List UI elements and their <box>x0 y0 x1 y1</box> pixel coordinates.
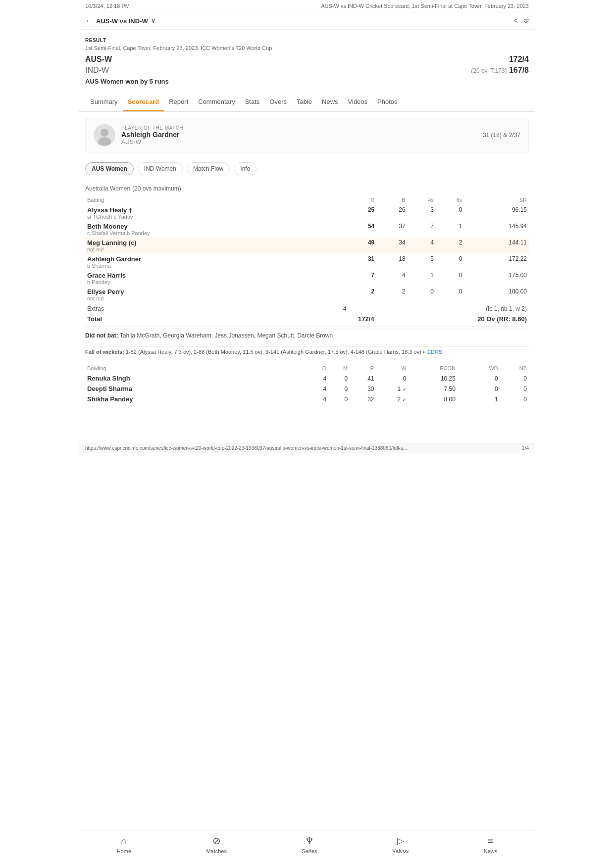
bowl-econ: 10.25 <box>409 373 458 384</box>
tab-summary[interactable]: Summary <box>85 93 123 111</box>
scorecard-section: Australia Women (20 ovs maximum) Batting… <box>79 175 535 408</box>
result-text: AUS Women won by 5 runs <box>85 78 529 85</box>
dnb-players: Tahlia McGrath, Georgia Wareham, Jess Jo… <box>120 332 333 339</box>
bowl-econ: 8.00 <box>409 394 458 404</box>
bowl-o: 4 <box>308 384 328 394</box>
batsman-name[interactable]: Alyssa Healy † <box>87 206 344 214</box>
col-batting: Batting <box>85 195 346 205</box>
bat-sr: 96.15 <box>464 205 529 221</box>
bowling-header-row: Bowling O M R W ECON WD NB <box>85 363 529 373</box>
bowl-empty <box>458 394 467 404</box>
text-size-icon[interactable]: अ <box>524 17 529 25</box>
extras-label: Extras <box>85 304 323 314</box>
batsman-name[interactable]: Meg Lanning (c) <box>87 239 344 246</box>
bowl-nb: 0 <box>500 373 529 384</box>
nav-title[interactable]: AUS-W vs IND-W <box>96 17 148 25</box>
bat-r: 49 <box>346 238 376 254</box>
bat-4s: 0 <box>408 287 436 303</box>
potm-info: PLAYER OF THE MATCH Ashleigh Gardner AUS… <box>121 125 183 145</box>
bat-r: 54 <box>346 221 376 238</box>
potm-name: Ashleigh Gardner <box>121 131 183 139</box>
top-bar: 10/3/24, 12:18 PM AUS-W vs IND-W Cricket… <box>79 0 535 12</box>
dnb-section: Did not bat: Tahlia McGrath, Georgia War… <box>85 329 529 342</box>
total-val: 172/4 <box>323 314 376 324</box>
potm-avatar <box>94 124 115 146</box>
batting-row: Ellyse Perry not out 2 2 0 0 100.00 <box>85 287 529 303</box>
page-title: AUS-W vs IND-W Cricket Scorecard, 1st Se… <box>321 3 529 9</box>
datetime: 10/3/24, 12:18 PM <box>85 3 130 9</box>
bowler-name[interactable]: Deepti Sharma <box>85 384 308 394</box>
bowl-o: 4 <box>308 394 328 404</box>
dnb-label: Did not bat: <box>85 332 118 339</box>
batsman-dismissal: b Sharma <box>87 263 344 269</box>
total-row: Total 172/4 20 Ov (RR: 8.60) <box>85 314 529 324</box>
bat-b: 18 <box>376 254 407 270</box>
batsman-name[interactable]: Grace Harris <box>87 272 344 279</box>
bat-b: 37 <box>376 221 407 238</box>
player-of-match: PLAYER OF THE MATCH Ashleigh Gardner AUS… <box>85 118 529 152</box>
extras-table: Extras 4 (lb 1, nb 1, w 2) Total 172/4 2… <box>85 304 529 324</box>
batsman-name[interactable]: Ellyse Perry <box>87 288 344 295</box>
bat-b: 4 <box>376 270 407 287</box>
tab-videos[interactable]: Videos <box>343 93 373 111</box>
tab-news[interactable]: News <box>317 93 343 111</box>
bowler-name[interactable]: Shikha Pandey <box>85 394 308 404</box>
chevron-down-icon[interactable]: ∨ <box>151 17 155 24</box>
bat-sr: 175.00 <box>464 270 529 287</box>
inn-tab-ind-women[interactable]: IND Women <box>138 162 183 175</box>
col-econ: ECON <box>409 363 458 373</box>
bowling-row: Shikha Pandey 4 0 32 2 ✓ 8.00 1 0 <box>85 394 529 404</box>
batting-header-row: Batting R B 4s 6s SR <box>85 195 529 205</box>
bat-6s: 0 <box>436 270 464 287</box>
inn-tab-info[interactable]: Info <box>234 162 256 175</box>
tab-photos[interactable]: Photos <box>372 93 402 111</box>
team2-name: IND-W <box>85 66 109 75</box>
batting-row: Meg Lanning (c) not out 49 34 4 2 144.11 <box>85 238 529 254</box>
col-b: B <box>376 195 407 205</box>
drs-link[interactable]: ⊙DRS <box>426 349 442 355</box>
bowl-m: 0 <box>328 384 350 394</box>
total-label: Total <box>85 314 323 324</box>
batsman-name[interactable]: Beth Mooney <box>87 223 344 230</box>
batsman-dismissal: not out <box>87 295 344 301</box>
inn-tab-aus-women[interactable]: AUS Women <box>85 162 134 175</box>
inn-tab-match-flow[interactable]: Match Flow <box>187 162 230 175</box>
divider2 <box>85 344 529 344</box>
team2-score: (20 ov, T:173) 167/8 <box>471 66 529 75</box>
bowl-r: 30 <box>350 384 376 394</box>
extras-row: Extras 4 (lb 1, nb 1, w 2) <box>85 304 529 314</box>
bowl-empty <box>458 384 467 394</box>
total-detail: 20 Ov (RR: 8.60) <box>387 314 529 324</box>
share-icon[interactable]: < <box>513 16 518 25</box>
tab-overs[interactable]: Overs <box>264 93 292 111</box>
batsman-dismissal: c Shafali Verma b Pandey <box>87 230 344 236</box>
bowl-m: 0 <box>328 373 350 384</box>
innings-title: Australia Women (20 ovs maximum) <box>85 184 529 192</box>
tab-report[interactable]: Report <box>164 93 193 111</box>
url-text: https://www.espncricinfo.com/series/icc-… <box>85 445 407 451</box>
tab-commentary[interactable]: Commentary <box>193 93 240 111</box>
bowl-r: 41 <box>350 373 376 384</box>
url-bar: https://www.espncricinfo.com/series/icc-… <box>79 443 535 453</box>
back-button[interactable]: ← <box>85 16 93 25</box>
bat-4s: 4 <box>408 238 436 254</box>
bat-6s: 2 <box>436 238 464 254</box>
team1-name: AUS-W <box>85 55 112 64</box>
col-sr: SR <box>464 195 529 205</box>
col-bowling: Bowling <box>85 363 308 373</box>
result-label: RESULT <box>85 38 529 43</box>
fow-label: Fall of wickets: <box>85 349 124 355</box>
batsman-name[interactable]: Ashleigh Gardner <box>87 255 344 263</box>
fow-section: Fall of wickets: 1-52 (Alyssa Healy, 7.3… <box>85 346 529 359</box>
bowl-r: 32 <box>350 394 376 404</box>
bowler-name[interactable]: Renuka Singh <box>85 373 308 384</box>
bowl-wd: 1 <box>467 394 500 404</box>
bat-4s: 3 <box>408 205 436 221</box>
innings-team: Australia Women <box>85 185 130 192</box>
tab-scorecard[interactable]: Scorecard <box>123 93 164 111</box>
result-section: RESULT 1st Semi-Final, Cape Town, Februa… <box>79 30 535 89</box>
tab-stats[interactable]: Stats <box>240 93 265 111</box>
extras-val: 4 <box>323 304 349 314</box>
tab-table[interactable]: Table <box>292 93 317 111</box>
bat-r: 7 <box>346 270 376 287</box>
